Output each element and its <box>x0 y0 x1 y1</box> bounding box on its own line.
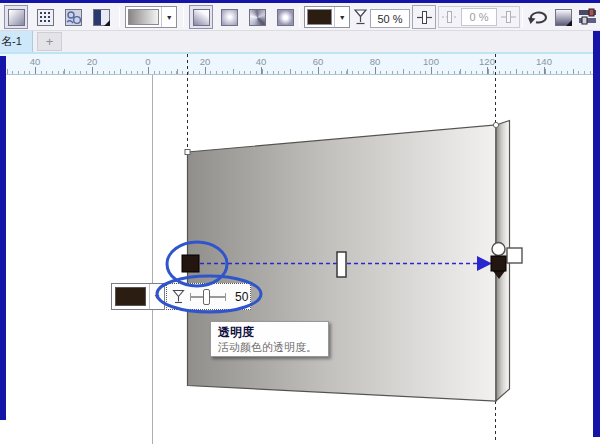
toolbar-separator <box>522 7 523 27</box>
ruler-tick-label: 40 <box>249 56 273 67</box>
document-tab-bar: 名-1 + <box>0 31 600 52</box>
flyout-corner-arrow-icon <box>566 20 572 26</box>
ruler-tick-label: 60 <box>306 56 330 67</box>
transparency-picker-dropdown[interactable]: ▼ <box>125 6 177 28</box>
active-color-swatch[interactable] <box>115 287 146 306</box>
flyout-corner-arrow-icon <box>104 20 110 26</box>
texture-swirl-icon <box>65 9 82 26</box>
node-color-swatch <box>307 9 332 25</box>
slider-end-tick <box>225 293 226 301</box>
fade-value-spinner: 0 % <box>461 8 497 26</box>
toolbar-separator <box>119 7 120 27</box>
ruler-tick-label: 0 <box>136 56 160 67</box>
fountain-transparency-icon <box>8 9 25 26</box>
fade-slider-icon <box>442 9 458 25</box>
ruler-major-tick <box>375 67 376 74</box>
merge-mode-flyout-button[interactable] <box>89 5 113 29</box>
fade-handle-icon <box>501 9 517 25</box>
linear-fountain-button[interactable] <box>189 5 213 29</box>
texture-transparency-button[interactable] <box>61 5 85 29</box>
node-transparency-slider[interactable] <box>190 289 226 305</box>
toolbar-separator <box>183 7 184 27</box>
two-tone-split-icon <box>93 9 110 26</box>
ruler-tick-label: 140 <box>532 56 556 67</box>
ruler-major-tick <box>261 67 262 74</box>
slider-handle[interactable] <box>203 289 210 305</box>
pattern-grid-icon <box>37 9 54 26</box>
transparency-glass-icon <box>353 8 368 26</box>
edit-transparency-button[interactable] <box>551 5 575 29</box>
pattern-transparency-button[interactable] <box>33 5 57 29</box>
transparency-value-spinner[interactable]: 50 % <box>370 9 410 28</box>
conical-fountain-button[interactable] <box>245 5 269 29</box>
ruler-major-tick <box>148 67 149 74</box>
ruler-major-tick <box>431 67 432 74</box>
new-tab-button[interactable]: + <box>37 32 62 51</box>
fade-group-disabled: 0 % <box>438 6 520 28</box>
node-color-flyout[interactable]: ▼ <box>111 283 165 310</box>
ruler-major-tick <box>318 67 319 74</box>
ruler-medium-ticks <box>7 69 600 74</box>
drawing-canvas[interactable] <box>0 75 600 444</box>
tab-document[interactable]: 名-1 <box>0 31 33 52</box>
linear-gradient-icon <box>193 9 210 26</box>
gradient-edit-icon <box>555 9 572 26</box>
ruler-tick-label: 120 <box>475 56 499 67</box>
chevron-down-icon[interactable]: ▼ <box>161 7 176 27</box>
tooltip-title: 透明度 <box>218 324 321 340</box>
fountain-transparency-button[interactable] <box>4 5 28 29</box>
node-color-dropdown[interactable]: ▼ <box>304 6 350 28</box>
window-left-border <box>0 56 6 420</box>
elliptical-fountain-button[interactable] <box>217 5 241 29</box>
ruler-tick-label: 40 <box>23 56 47 67</box>
levels-adjust-icon <box>579 8 597 25</box>
ruler-major-tick <box>92 67 93 74</box>
chevron-down-icon[interactable]: ▼ <box>334 7 349 27</box>
ruler-major-tick <box>487 67 488 74</box>
transparency-midpoint-slider-button[interactable] <box>412 5 436 29</box>
transparency-settings-button[interactable] <box>579 8 597 25</box>
horizontal-ruler: 40 20 0 20 40 60 80 100 120 140 <box>0 52 600 75</box>
node-transparency-value[interactable]: 50 <box>235 290 248 304</box>
window-top-border <box>0 0 600 3</box>
rectangular-gradient-icon <box>277 9 294 26</box>
ruler-major-tick <box>544 67 545 74</box>
rotate-loop-icon <box>527 8 548 26</box>
conical-gradient-icon <box>249 9 266 26</box>
tooltip-description: 活动颜色的透明度。 <box>218 340 321 354</box>
ruler-major-tick <box>205 67 206 74</box>
chevron-down-icon[interactable]: ▼ <box>149 284 164 309</box>
transparency-property-bar: ▼ ▼ 50 % 0 % <box>0 3 600 31</box>
ruler-tick-label: 20 <box>193 56 217 67</box>
toolbar-separator <box>299 7 300 27</box>
application-window: ▼ ▼ 50 % 0 % <box>0 0 600 444</box>
freeze-transparency-button[interactable] <box>527 8 548 26</box>
ruler-tick-label: 100 <box>419 56 443 67</box>
rectangular-fountain-button[interactable] <box>273 5 297 29</box>
node-transparency-flyout[interactable]: 50 <box>166 283 251 310</box>
slider-handle-icon <box>416 9 433 26</box>
slider-end-tick <box>190 293 191 301</box>
transparency-glass-icon <box>172 289 185 305</box>
ruler-major-tick <box>35 67 36 74</box>
elliptical-gradient-icon <box>221 9 238 26</box>
window-right-border <box>593 31 600 437</box>
tooltip: 透明度 活动颜色的透明度。 <box>210 321 329 357</box>
ruler-tick-label: 20 <box>80 56 104 67</box>
gradient-preview-icon <box>128 9 159 25</box>
ruler-tick-label: 80 <box>363 56 387 67</box>
